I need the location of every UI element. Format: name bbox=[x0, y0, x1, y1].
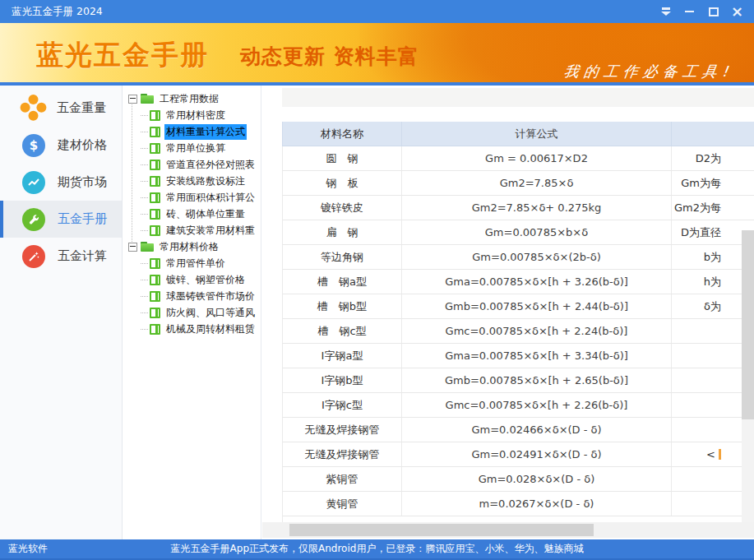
table-row[interactable]: 无缝及焊接钢管Gm=0.02491×δ×(D - δ)< bbox=[282, 442, 754, 467]
tree-section-1[interactable]: 常用材料价格 bbox=[123, 238, 261, 255]
sidebar-item-4[interactable]: 五金计算 bbox=[0, 238, 122, 275]
clover-icon bbox=[17, 92, 49, 123]
formula-cell: Gma=0.00785×δ×[h + 3.34(b-δ)] bbox=[402, 344, 672, 368]
tree-item-1-0[interactable]: 常用管件单价 bbox=[123, 255, 261, 271]
skin-menu-button[interactable] bbox=[654, 0, 678, 23]
status-message: 蓝光五金手册App正式发布，仅限Android用户，已登录：腾讯应用宝、小米、华… bbox=[0, 542, 754, 556]
maximize-icon bbox=[709, 7, 719, 16]
sidebar-item-3[interactable]: 五金手册 bbox=[0, 201, 122, 238]
document-icon bbox=[150, 143, 160, 154]
sidebar-item-2[interactable]: 期货市场 bbox=[0, 164, 122, 201]
tree-item-label: 常用管件单价 bbox=[164, 256, 227, 271]
tree-guide bbox=[132, 102, 132, 245]
tree-item-label: 材料重量计算公式 bbox=[164, 124, 247, 140]
tree-item-0-6[interactable]: 砖、砌体单位重量 bbox=[123, 206, 261, 222]
folder-icon bbox=[141, 94, 154, 104]
table-row[interactable]: 紫铜管Gm=0.028×δ×(D - δ) bbox=[282, 467, 754, 492]
sidebar-item-0[interactable]: 五金重量 bbox=[0, 90, 122, 127]
document-icon bbox=[150, 225, 160, 236]
material-name-cell: 等边角钢 bbox=[282, 245, 402, 269]
content-top-band bbox=[282, 88, 754, 107]
document-icon bbox=[150, 110, 160, 121]
collapse-icon[interactable] bbox=[128, 95, 137, 104]
table-row[interactable]: 无缝及焊接钢管Gm=0.02466×δ×(D - δ) bbox=[282, 418, 754, 442]
tree-section-label: 常用材料价格 bbox=[158, 239, 220, 255]
sidebar-item-label: 五金手册 bbox=[58, 211, 107, 227]
content-area: 材料名称计算公式圆 钢Gm = 0.00617×D2D2为钢 板Gm2=7.85… bbox=[262, 86, 754, 539]
note-cell: Gm为每 bbox=[672, 171, 754, 195]
tree-item-label: 常用面积体积计算公 bbox=[164, 190, 257, 206]
formula-cell: Gmc=0.00785×δ×[h + 2.26(b-δ)] bbox=[402, 393, 672, 417]
close-button[interactable] bbox=[725, 0, 749, 23]
table-row[interactable]: 槽 钢b型Gmb=0.00785×δ×[h + 2.44(b-δ)]δ为 bbox=[282, 294, 754, 319]
table-row[interactable]: I字钢c型Gmc=0.00785×δ×[h + 2.26(b-δ)] bbox=[282, 393, 754, 418]
table-row[interactable]: 扁 钢Gm=0.00785×b×δD为直径 bbox=[282, 220, 754, 245]
tree-item-1-3[interactable]: 防火阀、风口等通风 bbox=[123, 304, 261, 321]
table-row[interactable]: 槽 钢a型Gma=0.00785×δ×[h + 3.26(b-δ)]h为 bbox=[282, 270, 754, 294]
formula-cell: Gm=0.028×δ×(D - δ) bbox=[402, 467, 672, 491]
table-row[interactable]: 槽 钢c型Gmc=0.00785×δ×[h + 2.24(b-δ)] bbox=[282, 319, 754, 344]
note-cell: D2为 bbox=[672, 146, 754, 170]
collapse-icon[interactable] bbox=[128, 243, 137, 252]
formula-cell: m=0.0267×δ×(D - δ) bbox=[402, 492, 672, 516]
title-bar: 蓝光五金手册 2024 bbox=[0, 0, 754, 23]
sidebar-items: 五金重量$建材价格期货市场五金手册五金计算 bbox=[0, 90, 122, 275]
tree-item-0-1[interactable]: 材料重量计算公式 bbox=[123, 123, 261, 140]
vertical-scrollbar-track[interactable] bbox=[742, 419, 754, 522]
table-header-cell: 材料名称 bbox=[282, 122, 402, 146]
vertical-scrollbar-thumb[interactable] bbox=[742, 230, 754, 419]
tree-guide-dash bbox=[141, 132, 148, 132]
horizontal-scrollbar-thumb[interactable] bbox=[289, 524, 594, 536]
table-row[interactable]: 镀锌铁皮Gm2=7.85×δ+ 0.275kgGm2为每 bbox=[282, 196, 754, 220]
table-row[interactable]: 等边角钢Gm=0.00785×δ×(2b-δ)b为 bbox=[282, 245, 754, 270]
table-header-row: 材料名称计算公式 bbox=[282, 122, 754, 146]
tree-item-1-1[interactable]: 镀锌、钢塑管价格 bbox=[123, 271, 261, 288]
tree-item-0-2[interactable]: 常用单位换算 bbox=[123, 140, 261, 156]
table-row[interactable]: 黄铜管m=0.0267×δ×(D - δ) bbox=[282, 492, 754, 516]
document-icon bbox=[150, 324, 160, 335]
tree-guide-dash bbox=[141, 280, 148, 280]
minimize-icon bbox=[685, 11, 694, 12]
tree-guide-dash bbox=[141, 214, 148, 215]
tree-item-0-7[interactable]: 建筑安装常用材料重 bbox=[123, 222, 261, 238]
wand-icon bbox=[22, 245, 45, 268]
tree-guide-dash bbox=[141, 230, 148, 231]
tree-panel: 工程常用数据常用材料密度材料重量计算公式常用单位换算管道直径外径对照表安装线路敷… bbox=[123, 86, 261, 539]
document-icon bbox=[150, 291, 160, 302]
material-name-cell: I字钢a型 bbox=[282, 344, 402, 368]
status-bar: 蓝光软件 蓝光五金手册App正式发布，仅限Android用户，已登录：腾讯应用宝… bbox=[0, 539, 754, 560]
minimize-button[interactable] bbox=[678, 0, 701, 23]
document-icon bbox=[150, 176, 160, 187]
table-row[interactable]: 圆 钢Gm = 0.00617×D2D2为 bbox=[282, 146, 754, 171]
formula-cell: Gm=0.02491×δ×(D - δ) bbox=[402, 442, 672, 466]
tree-item-1-2[interactable]: 球墨铸铁管件市场价 bbox=[123, 288, 261, 304]
tree-item-0-3[interactable]: 管道直径外径对照表 bbox=[123, 156, 261, 173]
wrench-icon bbox=[22, 208, 45, 231]
material-name-cell: 槽 钢b型 bbox=[282, 294, 402, 318]
folder-icon bbox=[141, 242, 154, 252]
horizontal-scrollbar-track[interactable] bbox=[262, 522, 754, 538]
tree-item-label: 砖、砌体单位重量 bbox=[164, 206, 247, 222]
tree-item-1-4[interactable]: 机械及周转材料租赁 bbox=[123, 321, 261, 337]
trend-icon bbox=[22, 171, 45, 194]
tree-item-label: 常用材料密度 bbox=[164, 108, 227, 123]
tree-guide-dash bbox=[141, 312, 148, 313]
dollar-icon: $ bbox=[22, 134, 45, 157]
formula-cell: Gm=0.00785×b×δ bbox=[402, 220, 672, 244]
table-row[interactable]: 钢 板Gm2=7.85×δGm为每 bbox=[282, 171, 754, 196]
table-row[interactable]: I字钢b型Gmb=0.00785×δ×[h + 2.65(b-δ)] bbox=[282, 368, 754, 393]
tree-item-0-4[interactable]: 安装线路敷设标注 bbox=[123, 173, 261, 189]
material-name-cell: 镀锌铁皮 bbox=[282, 196, 402, 220]
document-icon bbox=[150, 127, 160, 137]
table-header-cell bbox=[672, 122, 754, 146]
sidebar-item-1[interactable]: $建材价格 bbox=[0, 127, 122, 164]
tree-section-0[interactable]: 工程常用数据 bbox=[123, 90, 261, 107]
document-icon bbox=[150, 160, 160, 170]
tree-guide-dash bbox=[141, 115, 148, 116]
tree-guide-dash bbox=[141, 296, 148, 297]
tree-guide-dash bbox=[141, 263, 148, 264]
maximize-button[interactable] bbox=[701, 0, 725, 23]
tree-item-0-5[interactable]: 常用面积体积计算公 bbox=[123, 189, 261, 206]
tree-item-0-0[interactable]: 常用材料密度 bbox=[123, 107, 261, 123]
table-row[interactable]: I字钢a型Gma=0.00785×δ×[h + 3.34(b-δ)] bbox=[282, 344, 754, 368]
